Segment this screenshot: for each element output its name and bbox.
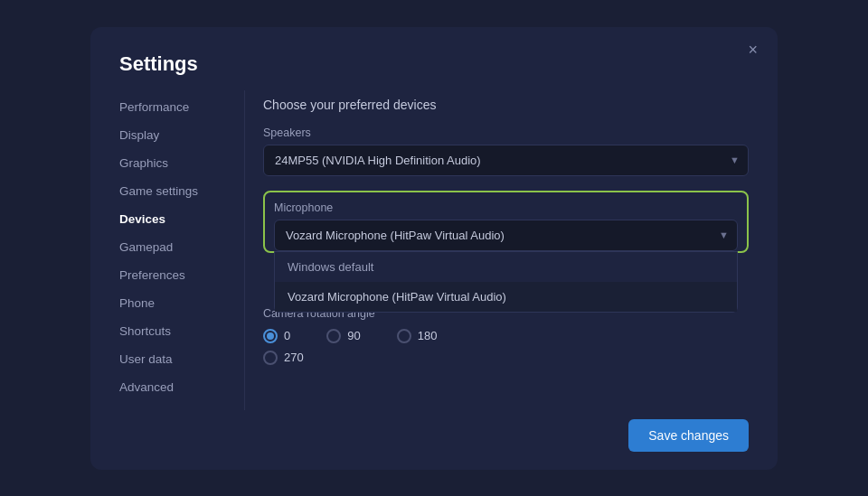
save-button[interactable]: Save changes bbox=[628, 419, 749, 452]
sidebar-item-display[interactable]: Display bbox=[119, 122, 244, 148]
camera-section: Camera rotation angle 0 90 180 bbox=[263, 307, 749, 365]
radio-label-0: 0 bbox=[284, 329, 290, 342]
sidebar-item-about[interactable]: About bbox=[119, 402, 244, 410]
camera-radio-0[interactable]: 0 bbox=[263, 329, 290, 343]
speakers-select-wrapper: 24MP55 (NVIDIA High Definition Audio) ▼ bbox=[263, 145, 749, 176]
microphone-select-wrapper: Vozard Microphone (HitPaw Virtual Audio)… bbox=[274, 220, 738, 251]
microphone-label: Microphone bbox=[274, 201, 738, 214]
sidebar-item-user-data[interactable]: User data bbox=[119, 346, 244, 372]
camera-radio-row-1: 0 90 180 bbox=[263, 329, 749, 343]
radio-label-90: 90 bbox=[347, 329, 360, 342]
sidebar-item-graphics[interactable]: Graphics bbox=[119, 150, 244, 176]
radio-circle-270 bbox=[263, 351, 278, 365]
radio-circle-0 bbox=[263, 329, 278, 343]
sidebar-item-devices[interactable]: Devices bbox=[119, 206, 244, 232]
dialog-footer: Save changes bbox=[90, 410, 778, 470]
radio-label-180: 180 bbox=[418, 329, 438, 342]
radio-label-270: 270 bbox=[284, 351, 304, 364]
sidebar: PerformanceDisplayGraphicsGame settingsD… bbox=[90, 90, 244, 410]
section-title: Choose your preferred devices bbox=[263, 98, 749, 112]
sidebar-item-phone[interactable]: Phone bbox=[119, 290, 244, 316]
camera-radio-90[interactable]: 90 bbox=[326, 329, 360, 343]
settings-dialog: × Settings PerformanceDisplayGraphicsGam… bbox=[90, 27, 778, 470]
microphone-select[interactable]: Vozard Microphone (HitPaw Virtual Audio) bbox=[274, 220, 738, 251]
speakers-label: Speakers bbox=[263, 126, 749, 139]
radio-circle-180 bbox=[397, 329, 411, 343]
sidebar-item-performance[interactable]: Performance bbox=[119, 94, 244, 120]
sidebar-item-gamepad[interactable]: Gamepad bbox=[119, 234, 244, 260]
dialog-title: Settings bbox=[90, 27, 778, 90]
camera-radio-270[interactable]: 270 bbox=[263, 351, 304, 365]
radio-circle-90 bbox=[326, 329, 341, 343]
sidebar-item-advanced[interactable]: Advanced bbox=[119, 374, 244, 400]
camera-radio-row-2: 270 bbox=[263, 351, 749, 365]
sidebar-item-shortcuts[interactable]: Shortcuts bbox=[119, 318, 244, 344]
dropdown-option[interactable]: Windows default bbox=[275, 252, 737, 282]
sidebar-item-preferences[interactable]: Preferences bbox=[119, 262, 244, 288]
main-content: Choose your preferred devices Speakers 2… bbox=[245, 90, 778, 410]
camera-radio-180[interactable]: 180 bbox=[397, 329, 438, 343]
close-button[interactable]: × bbox=[742, 40, 763, 60]
sidebar-item-game-settings[interactable]: Game settings bbox=[119, 178, 244, 204]
microphone-dropdown: Windows defaultVozard Microphone (HitPaw… bbox=[274, 251, 738, 313]
dialog-body: PerformanceDisplayGraphicsGame settingsD… bbox=[90, 90, 778, 410]
speakers-select[interactable]: 24MP55 (NVIDIA High Definition Audio) bbox=[263, 145, 749, 176]
dropdown-option[interactable]: Vozard Microphone (HitPaw Virtual Audio) bbox=[275, 282, 737, 312]
microphone-group: Microphone Vozard Microphone (HitPaw Vir… bbox=[263, 191, 749, 253]
